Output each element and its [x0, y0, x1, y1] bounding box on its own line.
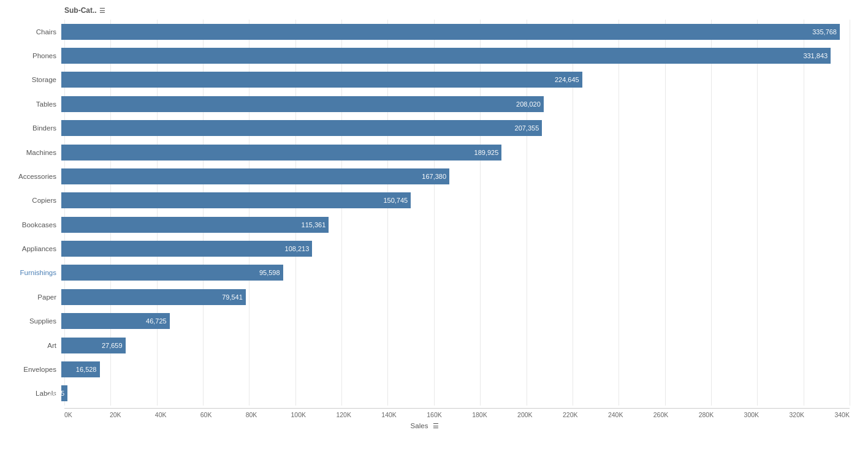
- bar-label: Accessories: [0, 173, 61, 180]
- x-tick: 320K: [790, 409, 835, 418]
- bar-label: Tables: [0, 100, 61, 108]
- bar-row: Appliances108,213: [0, 236, 850, 260]
- bar-value: 150,745: [383, 197, 411, 204]
- bar-label: Art: [0, 342, 61, 349]
- bar-row: Tables208,020: [0, 92, 850, 116]
- bar-value: 27,659: [102, 342, 126, 349]
- x-tick: 80K: [246, 409, 291, 418]
- bar-label: Chairs: [0, 28, 61, 36]
- bar-row: Supplies46,725: [0, 309, 850, 333]
- bars-wrapper: Chairs335,768Phones331,843Storage224,645…: [0, 20, 850, 406]
- bar-value: 224,645: [555, 76, 582, 83]
- bar-value: 207,355: [515, 124, 542, 132]
- bar: 224,645: [61, 72, 582, 88]
- bar-value: 79,541: [222, 293, 246, 301]
- bar: 46,725: [61, 313, 170, 329]
- x-tick: 240K: [608, 409, 653, 418]
- x-tick: 120K: [336, 409, 381, 418]
- bar: 79,541: [61, 289, 246, 305]
- bar-track: 46,725: [61, 309, 850, 333]
- x-tick: 140K: [381, 409, 427, 418]
- bar: 189,925: [61, 145, 501, 161]
- bar-value: 46,725: [146, 317, 170, 325]
- chart-area: Chairs335,768Phones331,843Storage224,645…: [0, 20, 850, 430]
- x-tick: 40K: [155, 409, 200, 418]
- bar-row: Labels2,695: [0, 382, 850, 406]
- bar-label: Furnishings: [0, 269, 61, 276]
- x-tick: 340K: [834, 409, 850, 418]
- x-tick: 300K: [744, 409, 790, 418]
- bar-row: Machines189,925: [0, 140, 850, 164]
- bar-label: Storage: [0, 76, 61, 83]
- bar-row: Binders207,355: [0, 116, 850, 140]
- bar-label: Appliances: [0, 245, 61, 252]
- bar-track: 208,020: [61, 92, 850, 116]
- bar-label: Copiers: [0, 197, 61, 204]
- bar-value: 189,925: [474, 149, 502, 156]
- chart-container: Sub-Cat.. ☰ Chairs335,768Phones331,843St…: [0, 0, 868, 457]
- bar-label: Supplies: [0, 317, 61, 325]
- bar: 150,745: [61, 192, 411, 208]
- bar-track: 224,645: [61, 68, 850, 92]
- bar-value: 2,695: [48, 390, 68, 397]
- bar-track: 189,925: [61, 140, 850, 164]
- x-tick: 20K: [110, 409, 155, 418]
- bar-row: Storage224,645: [0, 68, 850, 92]
- bar-row: Paper79,541: [0, 285, 850, 309]
- bar-track: 115,361: [61, 213, 850, 236]
- bar: 208,020: [61, 96, 544, 112]
- bar-row: Phones331,843: [0, 43, 850, 67]
- x-tick: 260K: [653, 409, 699, 418]
- x-axis-filter-icon[interactable]: ☰: [433, 422, 439, 430]
- x-tick: 200K: [517, 409, 563, 418]
- bar-value: 108,213: [285, 245, 313, 252]
- filter-icon[interactable]: ☰: [99, 7, 105, 15]
- bar-value: 335,768: [812, 28, 840, 36]
- bar-value: 115,361: [302, 221, 329, 228]
- x-tick: 220K: [563, 409, 608, 418]
- bar-label: Paper: [0, 293, 61, 301]
- bar: 167,380: [61, 168, 449, 184]
- bar-track: 79,541: [61, 285, 850, 309]
- bar: 95,598: [61, 265, 283, 281]
- bar-label: Bookcases: [0, 221, 61, 228]
- grid-line: [850, 20, 850, 406]
- bar: 108,213: [61, 241, 312, 257]
- bar-row: Accessories167,380: [0, 164, 850, 188]
- x-tick: 0K: [64, 409, 110, 418]
- x-tick: 180K: [472, 409, 517, 418]
- bar-track: 2,695: [61, 382, 850, 406]
- bar-row: Envelopes16,528: [0, 357, 850, 381]
- bar: 115,361: [61, 217, 329, 233]
- bar-track: 331,843: [61, 43, 850, 67]
- bar-track: 16,528: [61, 357, 850, 381]
- bar-value: 167,380: [422, 173, 449, 180]
- bar-track: 167,380: [61, 164, 850, 188]
- bar-value: 95,598: [259, 269, 283, 276]
- bar-value: 208,020: [516, 100, 544, 108]
- bar-track: 95,598: [61, 261, 850, 285]
- bar-label: Phones: [0, 52, 61, 59]
- bar-track: 27,659: [61, 333, 850, 357]
- bar: 27,659: [61, 338, 126, 353]
- x-axis: 0K20K40K60K80K100K120K140K160K180K200K22…: [64, 408, 850, 418]
- x-tick: 160K: [427, 409, 472, 418]
- bar: 335,768: [61, 24, 840, 40]
- bar-label: Machines: [0, 149, 61, 156]
- bar-label: Binders: [0, 124, 61, 132]
- bar-row: Furnishings95,598: [0, 261, 850, 285]
- x-tick: 280K: [699, 409, 744, 418]
- x-tick: 60K: [200, 409, 246, 418]
- bar-row: Bookcases115,361: [0, 213, 850, 236]
- bar: 2,695: [61, 385, 67, 401]
- bar-track: 207,355: [61, 116, 850, 140]
- bar-value: 331,843: [803, 52, 831, 59]
- x-tick: 100K: [291, 409, 337, 418]
- bar-track: 335,768: [61, 20, 850, 43]
- bar-row: Copiers150,745: [0, 189, 850, 213]
- bar: 16,528: [61, 361, 100, 377]
- bar-label: Envelopes: [0, 366, 61, 373]
- bar-track: 108,213: [61, 236, 850, 260]
- bar-value: 16,528: [76, 366, 100, 373]
- x-axis-label-row: Sales ☰: [0, 422, 850, 430]
